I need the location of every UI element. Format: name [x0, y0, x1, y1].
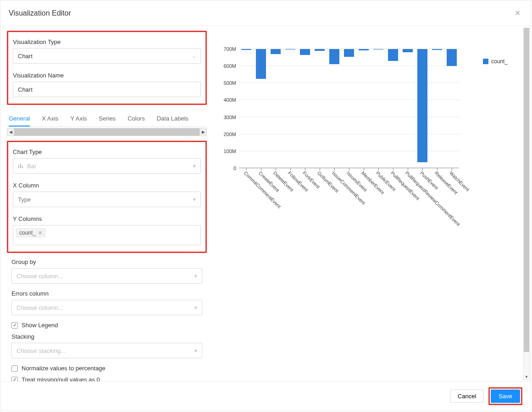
tab-series[interactable]: Series	[99, 110, 116, 126]
chart-type-label: Chart Type	[13, 148, 201, 155]
modal-header: Visualization Editor ✕	[0, 0, 531, 26]
group-by-label: Group by	[11, 258, 202, 265]
bar-slot: CreateEvent	[254, 49, 268, 168]
svg-rect-1	[20, 164, 21, 168]
bar-slot: MemberEvent	[356, 49, 371, 168]
x-column-label: X Column	[13, 182, 201, 189]
chevron-down-icon: ▾	[194, 273, 197, 279]
show-legend-label: Show Legend	[22, 322, 58, 329]
chevron-down-icon: ▾	[193, 197, 196, 203]
vscroll-thumb[interactable]	[524, 28, 529, 352]
legend-series-label: count_	[491, 58, 508, 65]
tab-y-axis[interactable]: Y Axis	[70, 110, 87, 126]
y-tick-label: 0	[233, 165, 239, 171]
plot-area: 0100M200M300M400M500M600M700M CommitComm…	[239, 49, 459, 168]
y-tick-label: 600M	[223, 63, 239, 69]
bar[interactable]	[447, 49, 457, 66]
show-legend-checkbox[interactable]	[11, 322, 18, 329]
tab-general[interactable]: General	[9, 110, 30, 126]
bar-chart-icon	[18, 163, 24, 170]
normalize-label: Normalize values to percentage	[22, 365, 105, 372]
bar[interactable]	[344, 49, 354, 57]
x-column-select[interactable]: Type ▾	[13, 192, 201, 207]
visualization-editor-modal: Visualization Editor ✕ Visualization Typ…	[0, 0, 531, 411]
bar-slot: IssueCommentEvent	[327, 49, 342, 168]
cancel-button[interactable]: Cancel	[450, 390, 484, 403]
bar-slot: WatchEvent	[444, 49, 459, 168]
svg-rect-2	[22, 166, 23, 168]
errors-column-label: Errors column	[11, 290, 202, 297]
highlight-box-save: Save	[488, 387, 522, 405]
bar[interactable]	[403, 49, 413, 52]
tab-data-labels[interactable]: Data Labels	[157, 110, 188, 126]
bar-slot: ForkEvent	[298, 49, 312, 168]
group-by-select[interactable]: Choose column... ▾	[11, 268, 202, 284]
group-by-placeholder: Choose column...	[17, 273, 63, 280]
chevron-down-icon: ⌄	[192, 53, 196, 59]
vscroll-down-arrow-icon[interactable]: ▼	[523, 374, 530, 380]
y-columns-input[interactable]: count_✕	[13, 225, 201, 245]
bar[interactable]	[359, 49, 369, 50]
y-tick-label: 100M	[223, 148, 239, 154]
legend-swatch	[483, 59, 488, 64]
save-button[interactable]: Save	[491, 390, 520, 403]
chart-type-select[interactable]: Bar ▾	[13, 158, 201, 174]
chevron-down-icon: ▾	[194, 305, 197, 311]
hscroll-thumb[interactable]	[14, 128, 200, 136]
treat-null-label: Treat missing/null values as 0	[22, 376, 100, 381]
body-columns: Visualization Type Chart ⌄ Visualization…	[0, 26, 531, 381]
visualization-type-label: Visualization Type	[13, 38, 201, 45]
bar[interactable]	[432, 49, 442, 50]
errors-column-placeholder: Choose column...	[17, 304, 63, 311]
modal-scroll-area: Visualization Type Chart ⌄ Visualization…	[0, 26, 531, 381]
visualization-name-input[interactable]	[13, 82, 201, 97]
bar-slot: IssuesEvent	[342, 49, 356, 168]
chevron-down-icon: ▾	[194, 348, 197, 354]
bar-slot: ReleaseEvent	[430, 49, 444, 168]
bar[interactable]	[329, 49, 339, 64]
bar-slot: CommitCommentEvent	[239, 49, 254, 168]
right-column: count_ 0100M200M300M400M500M600M700M Com…	[211, 31, 531, 228]
tabs-horizontal-scroll: ◀ ▶	[7, 128, 207, 136]
chart-legend[interactable]: count_	[483, 58, 508, 65]
bar-slot: FollowEvent	[283, 49, 298, 168]
stacking-placeholder: Choose stacking...	[17, 347, 66, 354]
visualization-type-value: Chart	[18, 53, 33, 60]
y-columns-label: Y Columns	[13, 215, 201, 222]
y-tick-label: 400M	[223, 97, 239, 103]
bar[interactable]	[300, 49, 310, 55]
tag-remove-icon[interactable]: ✕	[38, 230, 42, 236]
y-tick-label: 700M	[223, 46, 239, 52]
bar-slot: DeleteEvent	[268, 49, 283, 168]
modal-title: Visualization Editor	[9, 9, 71, 17]
settings-tabs: GeneralX AxisY AxisSeriesColorsData Labe…	[7, 110, 207, 127]
bar[interactable]	[256, 49, 266, 79]
bar[interactable]	[315, 49, 325, 51]
chevron-down-icon: ▾	[193, 163, 196, 169]
normalize-checkbox[interactable]	[11, 365, 18, 372]
tab-x-axis[interactable]: X Axis	[42, 110, 58, 126]
chart: 0100M200M300M400M500M600M700M CommitComm…	[216, 44, 473, 228]
stacking-select[interactable]: Choose stacking... ▾	[11, 343, 202, 358]
bars: CommitCommentEventCreateEventDeleteEvent…	[239, 49, 459, 168]
errors-column-select[interactable]: Choose column... ▾	[11, 300, 202, 315]
visualization-type-select[interactable]: Chart ⌄	[13, 48, 201, 64]
modal-footer: Cancel Save	[0, 381, 531, 411]
left-column: Visualization Type Chart ⌄ Visualization…	[0, 31, 211, 381]
highlight-box-chart-config: Chart Type Bar ▾ X Column	[7, 141, 207, 253]
x-column-value: Type	[18, 196, 31, 203]
vertical-scrollbar: ▲ ▼	[523, 27, 530, 380]
bar[interactable]	[241, 49, 251, 50]
bar[interactable]	[388, 49, 398, 61]
svg-rect-0	[18, 165, 19, 168]
close-icon[interactable]: ✕	[513, 7, 522, 19]
bar[interactable]	[373, 49, 383, 49]
bar-slot: GollumEvent	[312, 49, 327, 168]
hscroll-left-arrow-icon[interactable]: ◀	[7, 128, 14, 136]
tab-colors[interactable]: Colors	[127, 110, 145, 126]
bar-slot: PullRequestEvent	[386, 49, 400, 168]
treat-null-checkbox[interactable]	[11, 377, 18, 382]
bar[interactable]	[417, 49, 427, 162]
bar[interactable]	[271, 49, 281, 54]
hscroll-right-arrow-icon[interactable]: ▶	[200, 128, 207, 136]
